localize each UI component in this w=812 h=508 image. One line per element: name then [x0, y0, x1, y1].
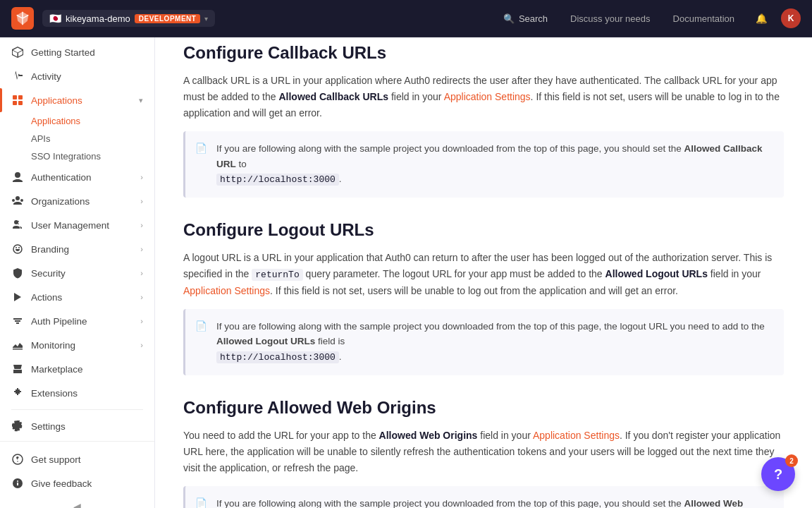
- note-end-logout: .: [339, 351, 342, 362]
- sidebar-item-organizations-label: Organizations: [31, 196, 90, 207]
- sidebar-bottom: Get support Give feedback ◀: [0, 441, 154, 508]
- sidebar-item-organizations[interactable]: Organizations ›: [0, 189, 154, 213]
- topnav: 🇯🇵 kikeyama-demo DEVELOPMENT ▾ 🔍 Search …: [0, 0, 812, 37]
- applications-icon: [11, 94, 24, 107]
- sidebar-item-branding-label: Branding: [31, 244, 69, 255]
- bold-origins-1: Allowed Web Origins: [379, 430, 478, 441]
- user-management-icon: [11, 219, 24, 231]
- sidebar-item-give-feedback[interactable]: Give feedback: [0, 471, 154, 495]
- svg-point-5: [16, 247, 17, 248]
- bold-logout-1: Allowed Logout URLs: [605, 268, 708, 279]
- text-origins-2: field in your: [477, 430, 533, 441]
- sidebar-item-auth-pipeline[interactable]: Auth Pipeline ›: [0, 309, 154, 333]
- sidebar-sub-item-applications[interactable]: Applications: [31, 112, 154, 130]
- user-avatar[interactable]: K: [781, 8, 801, 28]
- organizations-chevron-icon: ›: [140, 197, 143, 205]
- heading-web-origins: Configure Allowed Web Origins: [183, 398, 784, 418]
- note-end-callback: .: [339, 174, 342, 184]
- sidebar-item-getting-started[interactable]: Getting Started: [0, 40, 154, 64]
- sidebar-sub-applications: Applications APIs SSO Integrations: [0, 112, 154, 165]
- tenant-flag: 🇯🇵: [49, 13, 61, 24]
- auth-pipeline-icon: [11, 315, 24, 327]
- sidebar-item-activity-label: Activity: [31, 71, 61, 82]
- extensions-icon: [11, 387, 24, 399]
- section-callback-urls: Configure Callback URLs A callback URL i…: [183, 43, 784, 198]
- link-app-settings-callback[interactable]: Application Settings: [444, 91, 531, 103]
- help-button[interactable]: 2 ?: [761, 457, 795, 491]
- search-label: Search: [519, 13, 548, 24]
- sidebar-item-monitoring-label: Monitoring: [31, 340, 75, 351]
- search-icon: 🔍: [503, 13, 515, 24]
- sidebar-item-authentication[interactable]: Authentication ›: [0, 165, 154, 189]
- sidebar: Getting Started Activity Applications ▾ …: [0, 37, 155, 508]
- svg-point-9: [17, 461, 18, 462]
- sidebar-item-user-management-label: User Management: [31, 220, 109, 231]
- documentation-button[interactable]: Documentation: [666, 9, 742, 28]
- note-text-callback: If you are following along with the samp…: [216, 143, 762, 169]
- branding-icon: [11, 243, 24, 255]
- monitoring-icon: [11, 339, 24, 351]
- note-box-origins: 📄 If you are following along with the sa…: [183, 486, 784, 508]
- note-text-logout: If you are following along with the samp…: [216, 321, 765, 347]
- svg-rect-0: [13, 95, 17, 99]
- auth0-logo[interactable]: [11, 7, 34, 30]
- sidebar-item-marketplace[interactable]: Marketplace: [0, 357, 154, 381]
- tenant-selector[interactable]: 🇯🇵 kikeyama-demo DEVELOPMENT ▾: [42, 10, 215, 27]
- sidebar-item-getting-started-label: Getting Started: [31, 47, 95, 58]
- paragraph-callback-urls: A callback URL is a URL in your applicat…: [183, 73, 784, 121]
- section-web-origins: Configure Allowed Web Origins You need t…: [183, 398, 784, 508]
- bold-callback-1: Allowed Callback URLs: [278, 91, 388, 102]
- authentication-chevron-icon: ›: [140, 173, 143, 181]
- sidebar-item-get-support[interactable]: Get support: [0, 447, 154, 471]
- sidebar-item-branding[interactable]: Branding ›: [0, 237, 154, 261]
- svg-point-6: [18, 247, 20, 248]
- actions-icon: [11, 291, 24, 303]
- svg-rect-7: [13, 349, 23, 350]
- sidebar-collapse-button[interactable]: ◀: [0, 495, 154, 508]
- authentication-icon: [11, 171, 24, 183]
- heading-logout-urls: Configure Logout URLs: [183, 220, 784, 240]
- sidebar-item-security[interactable]: Security ›: [0, 261, 154, 285]
- sidebar-item-applications[interactable]: Applications ▾: [0, 88, 154, 112]
- sidebar-divider: [11, 409, 143, 410]
- link-app-settings-logout[interactable]: Application Settings: [183, 285, 270, 297]
- sidebar-item-actions[interactable]: Actions ›: [0, 285, 154, 309]
- sidebar-item-extensions[interactable]: Extensions: [0, 381, 154, 405]
- sidebar-sub-item-apis[interactable]: APIs: [31, 130, 154, 147]
- discuss-needs-button[interactable]: Discuss your needs: [563, 9, 657, 28]
- sidebar-item-settings[interactable]: Settings: [0, 414, 154, 438]
- sidebar-item-monitoring[interactable]: Monitoring ›: [0, 333, 154, 357]
- organizations-icon: [11, 195, 24, 207]
- sidebar-sub-item-sso[interactable]: SSO Integrations: [31, 147, 154, 165]
- main-layout: Getting Started Activity Applications ▾ …: [0, 37, 812, 508]
- monitoring-chevron-icon: ›: [140, 341, 143, 349]
- get-support-icon: [11, 453, 24, 466]
- give-feedback-icon: [11, 477, 24, 490]
- security-icon: [11, 267, 24, 279]
- user-management-chevron-icon: ›: [140, 221, 143, 229]
- sidebar-item-user-management[interactable]: User Management ›: [0, 213, 154, 237]
- marketplace-icon: [11, 363, 24, 375]
- link-app-settings-origins[interactable]: Application Settings: [533, 430, 620, 442]
- text-callback-2: field in your: [388, 91, 444, 102]
- collapse-icon: ◀: [73, 501, 81, 508]
- text-origins-1: You need to add the URL for your app to …: [183, 430, 379, 441]
- sidebar-item-get-support-label: Get support: [31, 454, 81, 465]
- sidebar-item-activity[interactable]: Activity: [0, 64, 154, 88]
- note-box-logout: 📄 If you are following along with the sa…: [183, 309, 784, 375]
- notifications-button[interactable]: 🔔: [750, 7, 773, 30]
- search-button[interactable]: 🔍 Search: [496, 9, 555, 28]
- sidebar-item-actions-label: Actions: [31, 292, 62, 303]
- sidebar-item-settings-label: Settings: [31, 421, 66, 432]
- note-code-callback: http://localhost:3000: [216, 174, 339, 186]
- sidebar-item-extensions-label: Extensions: [31, 388, 78, 399]
- note-code-logout: http://localhost:3000: [216, 351, 339, 363]
- sidebar-item-give-feedback-label: Give feedback: [31, 478, 92, 489]
- note-icon-callback: 📄: [195, 141, 207, 157]
- code-returnto: returnTo: [252, 269, 302, 281]
- text-logout-3: field in your: [708, 268, 761, 279]
- note-box-callback: 📄 If you are following along with the sa…: [183, 131, 784, 198]
- settings-icon: [11, 420, 24, 433]
- bell-icon: 🔔: [756, 13, 768, 24]
- docs-label: Documentation: [673, 13, 734, 24]
